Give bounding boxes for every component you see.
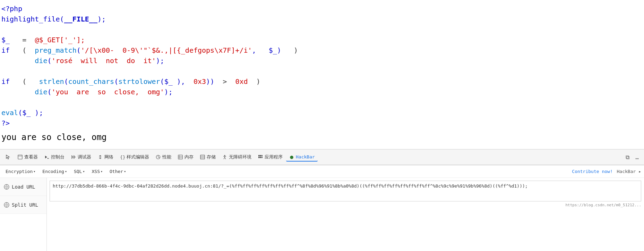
hackbar-sql-menu[interactable]: SQL ▾ [71,167,88,175]
url-footer: https://blog.csdn.net/m0_51212... [50,203,641,207]
code-line-blank3 [1,97,644,107]
window-split-btn[interactable]: ⧉ [623,153,632,161]
xss-chevron: ▾ [101,170,103,173]
window-controls: ⧉ … [623,153,641,161]
url-footer-text: https://blog.csdn.net/m0_51212... [565,203,641,207]
hackbar-dot-icon: ● [289,154,294,159]
encoding-label: Encoding [42,169,64,174]
code-display: <?php highlight_file(__FILE__); $_ = @$_… [0,0,644,149]
hackbar-encoding-menu[interactable]: Encoding ▾ [40,167,70,175]
code-line-1: <?php [1,3,644,14]
accessibility-label: 无障碍环境 [229,154,251,160]
hackbar-left-panel: Load URL Split URL [0,178,47,251]
encoding-chevron: ▾ [65,170,67,173]
svg-rect-23 [258,155,260,156]
other-chevron: ▾ [124,170,126,173]
svg-text:{}: {} [120,155,125,159]
apps-icon [258,154,263,160]
devtools-memory-btn[interactable]: 内存 [175,153,196,162]
svg-line-21 [224,157,225,159]
hackbar-bottom: Load URL Split URL https://blog.csdn.net… [0,178,644,251]
sql-chevron: ▾ [83,170,85,173]
load-url-label: Load URL [12,184,35,190]
hackbar-xss-menu[interactable]: XSS ▾ [89,167,105,175]
encryption-chevron: ▾ [33,170,35,173]
sql-label: SQL [74,169,82,174]
svg-line-22 [225,157,226,159]
accessibility-icon [222,154,227,160]
devtools-hackbar-btn[interactable]: ● HackBar [286,153,318,162]
network-icon [97,154,103,160]
console-label: 控制台 [51,154,65,160]
svg-rect-1 [18,155,22,159]
contribute-label: Contribute now! [572,169,612,174]
load-url-icon [3,184,10,190]
svg-marker-5 [72,156,73,158]
performance-icon [155,154,161,160]
devtools-inspector-btn[interactable]: 查看器 [15,153,41,162]
svg-rect-26 [258,157,260,158]
devtools-cursor-btn[interactable] [3,153,14,161]
devtools-accessibility-btn[interactable]: 无障碍环境 [219,153,254,162]
svg-marker-3 [45,156,47,158]
storage-label: 存储 [207,154,216,160]
hackbar-contribute[interactable]: Contribute now! HackBar ▸ [572,169,641,174]
code-line-9: ?> [1,118,644,128]
network-label: 网络 [104,154,113,160]
brand-label: HackBar ▸ [617,169,641,174]
debugger-label: 调试器 [78,154,91,160]
encryption-label: Encryption [6,169,33,174]
code-line-5: die('rosé will not do it'); [1,55,644,66]
devtools-network-btn[interactable]: 网络 [95,153,116,162]
svg-rect-27 [260,157,261,158]
style-editor-label: 样式编辑器 [127,154,149,160]
memory-label: 内存 [184,154,194,160]
devtools-storage-btn[interactable]: 存储 [197,153,218,162]
split-url-icon [3,202,10,208]
load-url-button[interactable]: Load URL [0,178,46,196]
apps-label: 应用程序 [265,154,283,160]
devtools-performance-btn[interactable]: 性能 [153,153,174,162]
svg-rect-28 [262,157,263,158]
window-more-btn[interactable]: … [633,153,641,161]
debugger-icon [71,154,76,160]
devtools-debugger-btn[interactable]: 调试器 [68,153,94,162]
cursor-icon [6,154,11,160]
other-label: Other [110,169,123,174]
svg-marker-0 [6,155,9,159]
memory-icon [178,154,183,160]
devtools-style-editor-btn[interactable]: {} 样式编辑器 [117,153,152,162]
hackbar-other-menu[interactable]: Other ▾ [107,167,129,175]
hackbar-url-input[interactable] [50,181,641,201]
style-editor-icon: {} [120,154,125,160]
split-url-button[interactable]: Split URL [0,196,46,214]
hackbar-encryption-menu[interactable]: Encryption ▾ [3,167,38,175]
code-line-blank1 [1,24,644,35]
storage-icon [200,154,205,160]
hackbar-url-area: https://blog.csdn.net/m0_51212... [47,178,644,251]
code-line-2: highlight_file(__FILE__); [1,14,644,24]
xss-label: XSS [92,169,100,174]
devtools-apps-btn[interactable]: 应用程序 [255,153,285,162]
inspector-icon [17,154,23,160]
code-line-3: $_ = @$_GET['_']; [1,35,644,45]
code-line-6: if ( strlen(count_chars(strtolower($_ ),… [1,76,644,87]
devtools-console-btn[interactable]: 控制台 [41,153,67,162]
split-url-label: Split URL [12,202,38,208]
code-line-blank2 [1,66,644,76]
hackbar-menu: Encryption ▾ Encoding ▾ SQL ▾ XSS ▾ Othe… [0,165,644,178]
code-line-8: eval($_ ); [1,107,644,118]
svg-point-18 [224,155,225,156]
svg-rect-25 [262,155,263,156]
svg-marker-6 [74,156,75,158]
hackbar-area: Encryption ▾ Encoding ▾ SQL ▾ XSS ▾ Othe… [0,165,644,251]
svg-rect-24 [260,155,261,156]
code-line-4: if ( preg_match('/[\x00- 0-9\'"`$&.,|[{_… [1,45,644,55]
console-icon [44,154,50,160]
hackbar-label: HackBar [296,154,315,159]
inspector-label: 查看器 [24,154,38,160]
performance-label: 性能 [162,154,171,160]
output-text: you are so close, omg [1,131,644,144]
code-line-7: die('you are so close, omg'); [1,87,644,97]
svg-rect-10 [178,155,182,159]
